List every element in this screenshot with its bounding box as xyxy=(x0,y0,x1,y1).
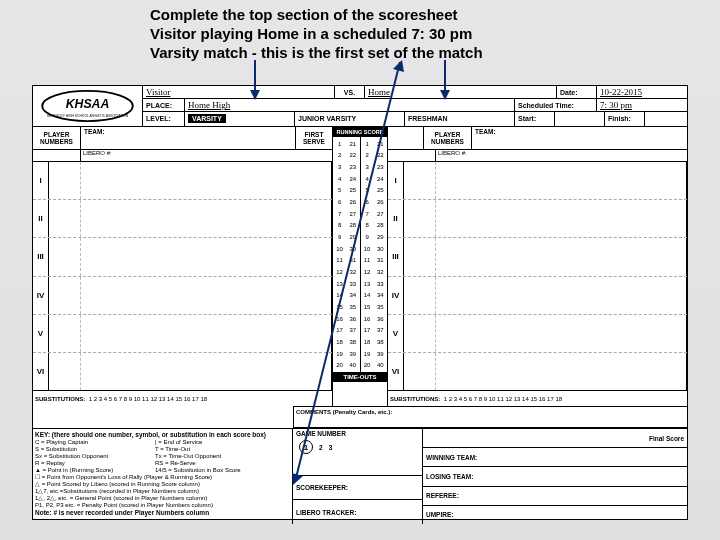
finish-label: Finish: xyxy=(608,115,631,122)
first-serve-label-l: FIRST SERVE xyxy=(296,127,332,149)
player-numbers-label-l: PLAYER NUMBERS xyxy=(33,127,81,149)
serve-row: III xyxy=(388,238,687,276)
date-value: 10-22-2015 xyxy=(600,87,642,97)
place-label: PLACE: xyxy=(146,102,172,109)
vs-label: VS. xyxy=(344,89,355,96)
key-legend: KEY: (there should one number, symbol, o… xyxy=(33,429,293,524)
subs-label-r: SUBSTITUTIONS: xyxy=(390,396,440,402)
serve-row: VI xyxy=(388,353,687,390)
visitor-value: Visitor xyxy=(146,87,170,97)
serve-row: I xyxy=(388,162,687,200)
instruction-line2: Visitor playing Home in a scheduled 7: 3… xyxy=(150,24,570,43)
game-num-3: 3 xyxy=(329,444,333,451)
running-score-label: RUNNING SCORE xyxy=(333,127,387,137)
game-num-1: 1 xyxy=(299,440,313,454)
level-label: LEVEL: xyxy=(146,115,171,122)
game-number-label: GAME NUMBER xyxy=(296,430,346,437)
winning-team-label: WINNING TEAM: xyxy=(423,448,687,467)
serve-row: V xyxy=(388,315,687,353)
instruction-line3: Varsity match - this is the first set of… xyxy=(150,43,570,62)
player-numbers-label-r: PLAYER NUMBERS xyxy=(424,127,472,149)
serve-row: II xyxy=(388,200,687,238)
referee-label: REFEREE: xyxy=(423,487,687,506)
serve-row: II xyxy=(33,200,332,238)
varsity-chip: VARSITY xyxy=(188,114,226,123)
serve-row: IV xyxy=(388,277,687,315)
umpire-label: UMPIRE: xyxy=(423,506,687,524)
final-score-label: Final Score xyxy=(423,429,687,448)
team-label-l: TEAM: xyxy=(81,127,296,149)
instruction-text: Complete the top section of the scoreshe… xyxy=(150,5,570,62)
bottom-right: Final Score WINNING TEAM: LOSING TEAM: R… xyxy=(423,429,687,524)
svg-text:KHSAA: KHSAA xyxy=(66,97,110,111)
first-serve-label-r xyxy=(388,127,424,149)
center-col: RUNNING SCORE 12345678910111213141516171… xyxy=(332,127,388,406)
key-title: KEY: (there should one number, symbol, o… xyxy=(35,431,266,438)
date-label: Date: xyxy=(560,89,578,96)
subs-nums-l: 1 2 3 4 5 6 7 8 9 10 11 12 13 14 15 16 1… xyxy=(89,396,207,402)
svg-text:KENTUCKY HIGH SCHOOL ATHLETIC : KENTUCKY HIGH SCHOOL ATHLETIC ASSOCIATIO… xyxy=(47,114,129,118)
timeouts-label: TIME-OUTS xyxy=(333,372,387,382)
subs-label-l: SUBSTITUTIONS: xyxy=(35,396,85,402)
libero-label-r: LIBERO #: xyxy=(436,150,687,161)
serve-rows-left: IIIIIIIVVVI xyxy=(33,161,332,390)
header: KHSAAKENTUCKY HIGH SCHOOL ATHLETIC ASSOC… xyxy=(33,86,687,126)
serve-row: I xyxy=(33,162,332,200)
main-grid: PLAYER NUMBERS TEAM: FIRST SERVE LIBERO … xyxy=(33,126,687,406)
comments-label: COMMENTS (Penalty Cards, etc.): xyxy=(293,406,687,428)
running-score-grid: 1234567891011121314151617181920212223242… xyxy=(333,137,387,372)
sched-label: Scheduled Time: xyxy=(518,102,574,109)
header-fields: Visitor VS. Home Date: 10-22-2015 PLACE:… xyxy=(143,86,687,126)
serve-row: IV xyxy=(33,277,332,315)
subs-nums-r: 1 2 3 4 5 6 7 8 9 10 11 12 13 14 15 16 1… xyxy=(444,396,562,402)
scorekeeper-label: SCOREKEEPER: xyxy=(293,476,422,501)
time-value: 7: 30 pm xyxy=(600,100,632,110)
start-label: Start: xyxy=(518,115,536,122)
libero-label-l: LIBERO #: xyxy=(81,150,332,161)
losing-team-label: LOSING TEAM: xyxy=(423,467,687,486)
home-value: Home xyxy=(368,87,390,97)
fresh-label: FRESHMAN xyxy=(408,115,448,122)
right-side: PLAYER NUMBERS TEAM: LIBERO #: IIIIIIIVV… xyxy=(388,127,687,406)
bottom-section: KEY: (there should one number, symbol, o… xyxy=(33,428,687,524)
team-label-r: TEAM: xyxy=(472,127,687,149)
khsaa-logo: KHSAAKENTUCKY HIGH SCHOOL ATHLETIC ASSOC… xyxy=(33,86,143,126)
left-side: PLAYER NUMBERS TEAM: FIRST SERVE LIBERO … xyxy=(33,127,332,406)
game-number-circles: 123 xyxy=(296,437,335,457)
bottom-mid: GAME NUMBER 123 SCOREKEEPER: LIBERO TRAC… xyxy=(293,429,423,524)
serve-row: VI xyxy=(33,353,332,390)
serve-row: III xyxy=(33,238,332,276)
game-num-2: 2 xyxy=(319,444,323,451)
place-value: Home High xyxy=(188,100,230,110)
serve-rows-right: IIIIIIIVVVI xyxy=(388,161,687,390)
scoresheet-form: KHSAAKENTUCKY HIGH SCHOOL ATHLETIC ASSOC… xyxy=(32,85,688,520)
libero-tracker-label: LIBERO TRACKER: xyxy=(293,500,422,524)
serve-row: V xyxy=(33,315,332,353)
jv-label: JUNIOR VARSITY xyxy=(298,115,356,122)
instruction-line1: Complete the top section of the scoreshe… xyxy=(150,5,570,24)
